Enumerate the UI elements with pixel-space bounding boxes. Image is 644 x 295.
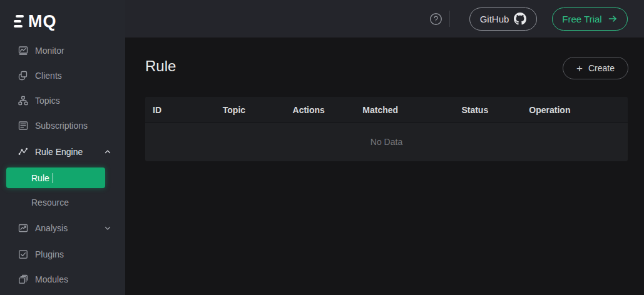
column-header-status: Status bbox=[454, 105, 521, 115]
monitor-chart-icon bbox=[18, 45, 29, 56]
free-trial-label: Free Trial bbox=[562, 14, 601, 24]
topbar-divider bbox=[449, 11, 450, 27]
column-header-id: ID bbox=[145, 105, 215, 115]
sidebar-item-label: Modules bbox=[35, 274, 125, 284]
plus-icon: + bbox=[576, 63, 583, 74]
emq-logo-text: MQ bbox=[28, 13, 57, 30]
plugins-checkbox-icon bbox=[18, 249, 29, 260]
table-header-row: ID Topic Actions Matched Status Operatio… bbox=[145, 97, 628, 123]
main-content: Rule + Create ID Topic Actions Matched S… bbox=[125, 38, 644, 295]
github-button-label: GitHub bbox=[480, 14, 509, 24]
chevron-up-icon bbox=[104, 148, 111, 156]
topics-tree-icon bbox=[18, 95, 29, 106]
sidebar-item-label: Plugins bbox=[35, 249, 125, 259]
analysis-trend-icon bbox=[18, 222, 29, 234]
arrow-right-icon bbox=[608, 14, 618, 24]
sidebar-item-subscriptions[interactable]: Subscriptions bbox=[0, 113, 125, 138]
chevron-down-icon bbox=[104, 224, 111, 232]
help-icon[interactable] bbox=[429, 12, 442, 26]
rules-table: ID Topic Actions Matched Status Operatio… bbox=[145, 97, 628, 161]
sidebar-item-analysis[interactable]: Analysis bbox=[0, 216, 125, 241]
modules-stack-icon bbox=[18, 274, 29, 285]
github-octocat-icon bbox=[514, 12, 526, 25]
sidebar: MQ Monitor bbox=[0, 0, 125, 295]
rule-engine-pulse-icon bbox=[18, 146, 29, 158]
sidebar-menu: Monitor Clients bbox=[0, 38, 125, 292]
sidebar-item-label: Analysis bbox=[35, 223, 104, 233]
sidebar-item-topics[interactable]: Topics bbox=[0, 88, 125, 113]
sidebar-item-label: Subscriptions bbox=[35, 121, 125, 131]
topbar: GitHub Free Trial bbox=[125, 0, 644, 38]
subscriptions-list-icon bbox=[18, 120, 29, 131]
emq-logo[interactable]: MQ bbox=[0, 0, 125, 32]
sidebar-item-clients[interactable]: Clients bbox=[0, 63, 125, 88]
free-trial-button[interactable]: Free Trial bbox=[552, 8, 628, 31]
sidebar-item-rule-engine[interactable]: Rule Engine bbox=[0, 139, 125, 164]
sidebar-item-plugins[interactable]: Plugins bbox=[0, 242, 125, 267]
page-title: Rule bbox=[145, 58, 176, 74]
column-header-actions: Actions bbox=[285, 105, 355, 115]
sidebar-subitem-resource[interactable]: Resource bbox=[0, 192, 125, 212]
text-cursor bbox=[53, 173, 54, 183]
clients-overlapping-squares-icon bbox=[18, 70, 29, 81]
no-data-text: No Data bbox=[371, 137, 402, 147]
column-header-topic: Topic bbox=[215, 105, 285, 115]
table-empty-state: No Data bbox=[145, 123, 628, 161]
create-button[interactable]: + Create bbox=[563, 57, 628, 79]
sidebar-item-label: Clients bbox=[35, 71, 125, 81]
sidebar-item-label: Rule Engine bbox=[35, 147, 104, 157]
sidebar-subitem-rule[interactable]: Rule bbox=[6, 168, 105, 188]
create-button-label: Create bbox=[588, 63, 615, 73]
column-header-operation: Operation bbox=[521, 105, 628, 115]
emq-logo-bars-icon bbox=[14, 15, 24, 28]
sidebar-subitem-label: Rule bbox=[31, 173, 49, 183]
sidebar-subitem-label: Resource bbox=[31, 198, 69, 208]
column-header-matched: Matched bbox=[355, 105, 454, 115]
emqx-dashboard: MQ Monitor bbox=[0, 0, 644, 295]
sidebar-item-monitor[interactable]: Monitor bbox=[0, 38, 125, 63]
sidebar-item-modules[interactable]: Modules bbox=[0, 267, 125, 292]
github-button[interactable]: GitHub bbox=[469, 8, 537, 31]
sidebar-item-label: Monitor bbox=[35, 46, 125, 56]
sidebar-item-label: Topics bbox=[35, 96, 125, 106]
